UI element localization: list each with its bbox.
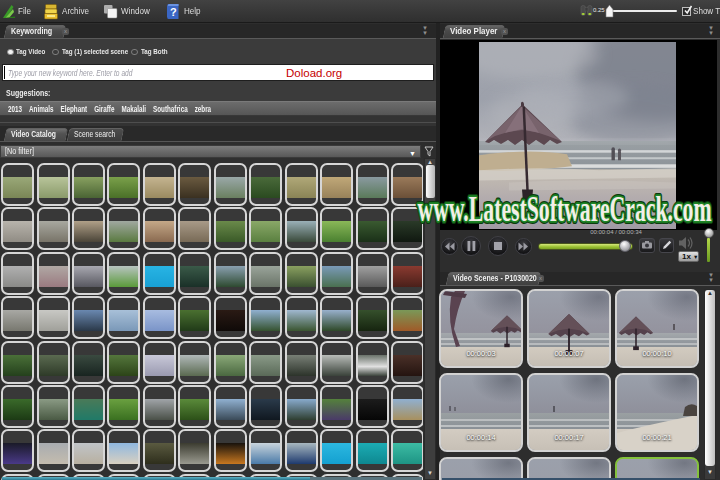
svg-text:?: ? — [170, 6, 177, 18]
svg-text:www.LatestSoftwareCrack.com: www.LatestSoftwareCrack.com — [418, 192, 712, 229]
